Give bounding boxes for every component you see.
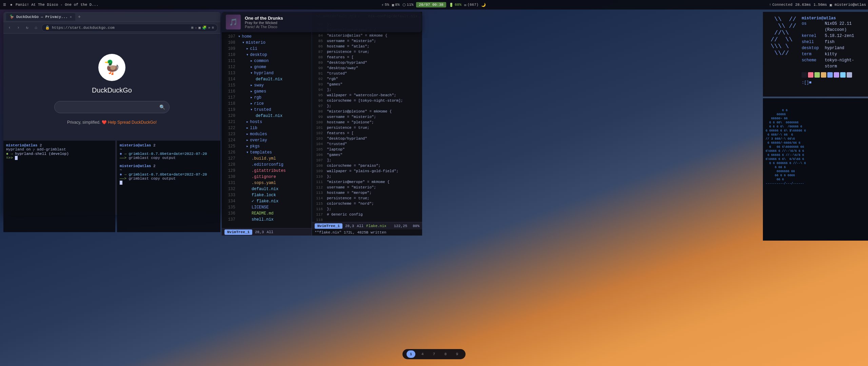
pfetch-term-val: kitty: [825, 51, 837, 57]
tree-item[interactable]: 128.editorconfig: [222, 162, 312, 168]
code-line: wallpaper = "watercolor-beach";: [327, 93, 419, 98]
tab-close-button[interactable]: ✕: [70, 15, 72, 19]
topbar-user: misterio@atlas: [835, 3, 866, 7]
tree-item[interactable]: 111▸ common: [222, 58, 312, 64]
code-line: "rgb": [327, 76, 419, 82]
tree-item[interactable]: 113▾ hyprland: [222, 70, 312, 76]
color-swatch: [814, 72, 820, 78]
ddg-search-bar[interactable]: 🔍: [54, 101, 170, 113]
tree-item[interactable]: 116▸ games: [222, 88, 312, 95]
code-line: persistence = true;: [327, 196, 419, 201]
pfetch-kernel-row: kernel 5.18.12-zen1: [802, 33, 864, 39]
browser-tab-active[interactable]: 🦆 DuckDuckGo — Privacy... ✕: [6, 13, 75, 21]
workspace-4[interactable]: 4: [418, 350, 427, 358]
term2-arrow-out1: ——>: [120, 156, 129, 160]
tree-item[interactable]: 109▸ cli: [222, 46, 312, 52]
reload-button[interactable]: ↻: [24, 24, 31, 31]
term2-num2: 2: [153, 164, 156, 168]
term2-tilde1: ~: [120, 147, 122, 151]
workspace-9[interactable]: 9: [453, 350, 461, 358]
window-title: Panic! At The Disco - One of the D...: [16, 3, 98, 7]
ddg-search-button[interactable]: 🔍: [159, 104, 165, 110]
new-tab-button[interactable]: +: [76, 14, 83, 20]
term1-line2: Hyprland on 𝛾 add-grimblast: [6, 147, 113, 151]
pfetch-kernel-val: 5.18.12-zen1: [825, 33, 854, 39]
tree-item[interactable]: 118▸ rice: [222, 101, 312, 107]
tree-item[interactable]: 123▸ modules: [222, 131, 312, 137]
pfetch-term-row: term kitty: [802, 51, 864, 57]
back-button[interactable]: ‹: [6, 24, 13, 31]
tree-item[interactable]: 121▸ hosts: [222, 119, 312, 125]
menu-icon[interactable]: ≡: [212, 26, 214, 30]
connected-status: Connected: [772, 3, 792, 7]
code-line: "desktop/sway": [327, 65, 419, 71]
color-swatch: [808, 72, 813, 78]
forward-button[interactable]: ›: [15, 24, 22, 31]
tree-item[interactable]: 130.gitignore: [222, 174, 312, 180]
main-cmdline: *"flake.nix" 172L, 4825B written: [312, 229, 422, 236]
tree-item[interactable]: 127.build.yml: [222, 156, 312, 162]
code-line: features = [: [327, 55, 419, 60]
tree-item[interactable]: 125▸ pkgs: [222, 143, 312, 149]
tree-item[interactable]: 122▸ lib: [222, 125, 312, 131]
home-button[interactable]: ⌂: [33, 24, 39, 31]
tree-item[interactable]: 120default.nix: [222, 113, 312, 119]
tree-item[interactable]: 112▸ gnome: [222, 64, 312, 70]
ddg-help-link[interactable]: Help Spread DuckDuckGo!: [108, 120, 157, 125]
tree-item[interactable]: 134✓ flake.nix: [222, 198, 312, 204]
term1-arrow1: ✱ →: [6, 152, 15, 156]
tree-item[interactable]: 132default.nix: [222, 186, 312, 192]
code-line: ];: [327, 87, 419, 93]
color-swatch: [802, 72, 807, 78]
tree-item[interactable]: 133flake.lock: [222, 192, 312, 198]
tree-item[interactable]: 124▸ overlay: [222, 137, 312, 143]
tree-item[interactable]: 136README.md: [222, 210, 312, 217]
ddg-title: DuckDuckGo: [92, 86, 132, 94]
addons-icon[interactable]: 🧩: [202, 25, 207, 30]
music-artist: Pray for the Wicked: [245, 21, 418, 25]
tree-item[interactable]: 107▾ home: [222, 34, 312, 40]
workspace-1[interactable]: 1: [407, 350, 415, 358]
term1-prompt1: misterio@atlas: [6, 143, 37, 147]
editor-content-area: 8283848586878889909192939495969798991001…: [312, 21, 422, 222]
monitor-icon: ▣: [830, 3, 832, 7]
extensions-icon[interactable]: ⊞: [191, 25, 194, 30]
ddg-search-input[interactable]: [59, 105, 157, 110]
nvim-tree-content: 107▾ home108▾ misterio109▸ cli110▾ deskt…: [222, 32, 312, 228]
tree-item[interactable]: 110▾ desktop: [222, 52, 312, 58]
pfetch-panel: \\ // \\ // //\\ // \\ \\\ \ \\// mister…: [763, 12, 868, 97]
tree-item[interactable]: 129.gitattributes: [222, 168, 312, 174]
tree-item[interactable]: 135LICENSE: [222, 204, 312, 210]
battery-icon: 🔋: [449, 3, 454, 7]
tree-item[interactable]: 126▾ templates: [222, 149, 312, 156]
tree-item[interactable]: 108▾ misterio: [222, 40, 312, 46]
code-content[interactable]: };homeConfigurations = { "misterio@atlas…: [324, 21, 422, 222]
main-editor: ~/…and/default.nix ✕ nix-config/default.…: [312, 12, 422, 236]
workspace-7[interactable]: 7: [430, 350, 438, 358]
color-swatch: [827, 72, 833, 78]
overflow-icon[interactable]: »: [208, 26, 211, 30]
code-line: username = "misterio";: [327, 114, 419, 120]
term1-num1: 2: [40, 143, 42, 147]
bookmark-icon[interactable]: ☆: [195, 25, 197, 30]
tree-item[interactable]: 131.sops.yaml: [222, 180, 312, 186]
term2-star2: ✱: [120, 172, 124, 177]
tree-item[interactable]: 117▸ rgb: [222, 95, 312, 101]
workspace-8[interactable]: 8: [441, 350, 450, 358]
tree-item[interactable]: 119▾ trusted: [222, 107, 312, 113]
pfetch-content: \\ // \\ // //\\ // \\ \\\ \ \\// mister…: [767, 16, 864, 85]
code-line: ];: [327, 158, 419, 163]
term2-arrow2: →: [124, 172, 129, 177]
screenshot-icon[interactable]: ▣: [198, 25, 201, 30]
code-line: "misterio@pleione" = mkHome {: [327, 109, 419, 114]
cpu-value: 5%: [385, 3, 389, 7]
term2-prompt2: misterio@atlas: [120, 164, 151, 168]
ascii-art-panel: 6 6 66666 66666~ 66 6 6 60\ 6666666 6 6 …: [763, 98, 868, 241]
tree-item[interactable]: 114default.nix: [222, 76, 312, 82]
code-line: "laptop": [327, 147, 419, 152]
tree-item[interactable]: 137shell.nix: [222, 217, 312, 223]
url-bar[interactable]: 🔒 https://start.duckduckgo.com ⊞ ☆ ▣ 🧩 »…: [41, 24, 218, 32]
tree-item[interactable]: 115▸ sway: [222, 82, 312, 88]
pfetch-term-key: term: [802, 51, 822, 57]
pfetch-shell-key: shell: [802, 39, 822, 45]
